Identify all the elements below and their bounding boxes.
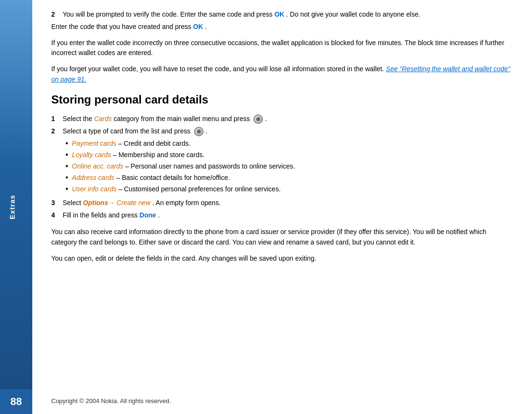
para-2: You can open, edit or delete the fields … [51, 254, 513, 264]
step-2-ok-link[interactable]: OK [274, 10, 284, 18]
step-4-number: 4 [51, 210, 59, 220]
step-2-before: You will be prompted to verify the code.… [63, 10, 272, 18]
main-content: 2 You will be prompted to verify the cod… [32, 0, 532, 414]
list-item-online-content: Online acc. cards – Personal user names … [72, 161, 295, 171]
options-text: Options→ [83, 199, 117, 207]
list-item-address: • Address cards – Basic contact details … [65, 173, 513, 183]
online-cards-link[interactable]: Online acc. cards [72, 162, 123, 170]
sidebar: Extras 88 [0, 0, 32, 414]
bullet-dot-5: • [65, 185, 68, 193]
forget-paragraph: If you forget your wallet code, you will… [51, 64, 513, 85]
copyright: Copyright © 2004 Nokia. All rights reser… [51, 397, 171, 405]
card-types-list: • Payment cards – Credit and debit cards… [65, 139, 513, 194]
bullet-dot-2: • [65, 151, 68, 159]
step-1-number: 1 [51, 114, 59, 124]
loyalty-cards-link[interactable]: Loyalty cards [72, 151, 111, 159]
loyalty-cards-text: – Membership and store cards. [113, 151, 205, 159]
enter-code-suffix: . [205, 23, 207, 30]
list-item-loyalty: • Loyalty cards – Membership and store c… [65, 150, 513, 160]
create-new-link[interactable]: Create new [117, 199, 151, 207]
cards-link[interactable]: Cards [94, 115, 112, 122]
list-item-address-content: Address cards – Basic contact details fo… [72, 173, 230, 183]
step-2b-period: . [205, 127, 207, 135]
step-1-row: 1 Select the Cards category from the mai… [51, 114, 513, 124]
step-2b-number: 2 [51, 126, 59, 136]
page-number-box: 88 [0, 389, 32, 414]
step-4-content: Fill in the fields and press Done . [63, 210, 160, 220]
step-1-before: Select the [63, 115, 94, 122]
bullet-dot-4: • [65, 174, 68, 181]
step-4-row: 4 Fill in the fields and press Done . [51, 210, 513, 220]
address-cards-text: – Basic contact details for home/office. [116, 174, 230, 181]
step-1-period: . [265, 115, 267, 122]
list-item-payment-content: Payment cards – Credit and debit cards. [72, 139, 191, 149]
bullet-dot-3: • [65, 162, 68, 170]
step-3-before: Select [63, 199, 83, 207]
forget-text: If you forget your wallet code, you will… [51, 65, 384, 73]
step-2-row: 2 You will be prompted to verify the cod… [51, 9, 513, 19]
nav-icon-2 [194, 127, 204, 136]
step-3-content: Select Options→ Create new . An empty fo… [63, 198, 221, 208]
page-number: 88 [10, 395, 22, 408]
step-2-text: You will be prompted to verify the code.… [63, 9, 420, 19]
bullet-dot-1: • [65, 140, 68, 147]
step-3-after: . An empty form opens. [152, 199, 221, 207]
sidebar-tab-label: Extras [8, 195, 16, 219]
list-item-online: • Online acc. cards – Personal user name… [65, 161, 513, 171]
blocked-paragraph: If you enter the wallet code incorrectly… [51, 38, 513, 58]
step-2-suffix: . Do not give your wallet code to anyone… [286, 10, 420, 18]
step-2-number: 2 [51, 9, 59, 19]
step-2b-content: Select a type of card from the list and … [63, 126, 207, 136]
list-item-loyalty-content: Loyalty cards – Membership and store car… [72, 150, 205, 160]
list-item-userinfo: • User info cards – Customised personal … [65, 184, 513, 194]
enter-code-ok-link[interactable]: OK [193, 23, 203, 30]
userinfo-cards-link[interactable]: User info cards [72, 185, 117, 193]
list-item-payment: • Payment cards – Credit and debit cards… [65, 139, 513, 149]
done-link: Done [140, 211, 156, 219]
step-3-number: 3 [51, 198, 59, 208]
step-1-after: category from the main wallet menu and p… [113, 115, 252, 122]
payment-cards-link[interactable]: Payment cards [72, 140, 116, 147]
step-2b-text: Select a type of card from the list and … [63, 127, 192, 135]
section-heading: Storing personal card details [51, 92, 513, 107]
step-1-content: Select the Cards category from the main … [63, 114, 267, 124]
para-1: You can also receive card information di… [51, 227, 513, 247]
payment-cards-text: – Credit and debit cards. [118, 140, 191, 147]
online-cards-text: – Personal user names and passwords to o… [125, 162, 295, 170]
step-4-before: Fill in the fields and press [63, 211, 140, 219]
address-cards-link[interactable]: Address cards [72, 174, 114, 181]
enter-code-paragraph: Enter the code that you have created and… [51, 22, 513, 32]
step-4-period: . [158, 211, 160, 219]
step-2b-row: 2 Select a type of card from the list an… [51, 126, 513, 136]
userinfo-cards-text: – Customised personal preferences for on… [119, 185, 281, 193]
enter-code-text: Enter the code that you have created and… [51, 23, 191, 30]
step-3-row: 3 Select Options→ Create new . An empty … [51, 198, 513, 208]
nav-icon-1 [253, 114, 263, 124]
list-item-userinfo-content: User info cards – Customised personal pr… [72, 184, 281, 194]
